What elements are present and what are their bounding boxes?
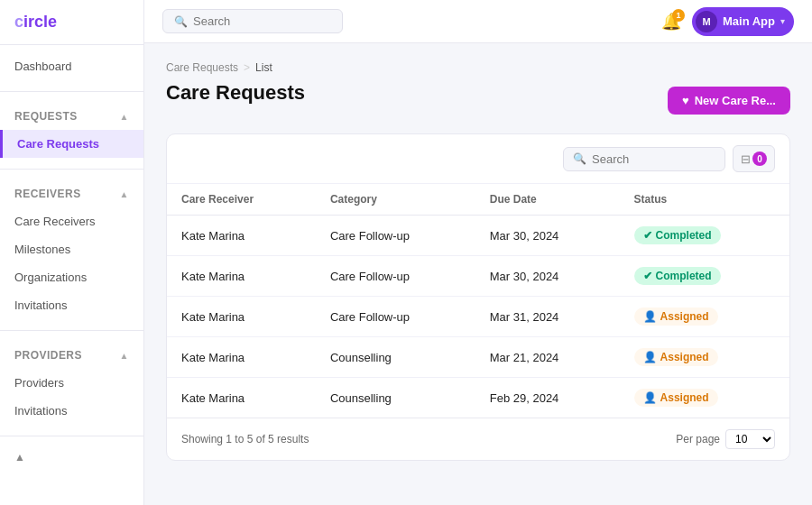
sidebar-section-main: Dashboard xyxy=(0,45,143,87)
status-badge: 👤 Assigned xyxy=(634,348,718,366)
cell-category: Care Follow-up xyxy=(316,256,475,297)
sidebar-item-milestones[interactable]: Milestones xyxy=(0,235,143,263)
cell-status: ✔ Completed xyxy=(620,256,789,297)
global-search-box[interactable]: 🔍 xyxy=(162,9,343,33)
avatar: M xyxy=(696,11,717,32)
chevron-up-icon-3: ▲ xyxy=(120,351,129,361)
sidebar-item-providers[interactable]: Providers xyxy=(0,369,143,397)
cell-status: ✔ Completed xyxy=(620,216,789,256)
cell-care-receiver: Kate Marina xyxy=(167,378,316,418)
cell-category: Care Follow-up xyxy=(316,216,475,256)
cell-care-receiver: Kate Marina xyxy=(167,256,316,297)
search-icon: 🔍 xyxy=(174,15,188,28)
cell-status: 👤 Assigned xyxy=(620,337,789,378)
col-status: Status xyxy=(620,184,789,216)
sidebar-item-organizations[interactable]: Organizations xyxy=(0,263,143,291)
cell-category: Counselling xyxy=(316,337,475,378)
new-button-label: New Care Re... xyxy=(695,94,776,107)
table-row[interactable]: Kate Marina Care Follow-up Mar 30, 2024 … xyxy=(167,256,789,297)
col-due-date: Due Date xyxy=(475,184,620,216)
sidebar-section-receivers: Receivers ▲ Care Receivers Milestones Or… xyxy=(0,173,143,326)
cell-due-date: Mar 31, 2024 xyxy=(475,297,620,337)
sidebar: circle Dashboard Requests ▲ Care Request… xyxy=(0,0,144,505)
table-search-icon: 🔍 xyxy=(573,152,586,165)
cell-category: Counselling xyxy=(316,378,475,418)
cell-status: 👤 Assigned xyxy=(620,378,789,418)
breadcrumb-current: List xyxy=(255,61,272,74)
showing-text: Showing 1 to 5 of 5 results xyxy=(181,433,309,445)
per-page-label: Per page xyxy=(676,433,720,445)
breadcrumb: Care Requests > List xyxy=(166,61,790,74)
global-search-input[interactable] xyxy=(193,14,331,28)
sidebar-item-care-requests[interactable]: Care Requests xyxy=(0,130,143,158)
user-name: Main App xyxy=(723,14,775,28)
col-care-receiver: Care Receiver xyxy=(167,184,316,216)
sidebar-group-receivers: Receivers ▲ xyxy=(0,180,143,207)
status-badge: ✔ Completed xyxy=(634,267,721,285)
table-card: 🔍 ⊟ 0 Care Receiver Category Due Date St… xyxy=(166,133,790,461)
status-icon: 👤 xyxy=(643,310,657,323)
new-care-request-button[interactable]: ♥ New Care Re... xyxy=(668,87,790,115)
cell-due-date: Mar 21, 2024 xyxy=(475,337,620,378)
table-row[interactable]: Kate Marina Care Follow-up Mar 31, 2024 … xyxy=(167,297,789,337)
cell-care-receiver: Kate Marina xyxy=(167,337,316,378)
topbar-right: 🔔 1 M Main App ▾ xyxy=(661,7,794,36)
status-badge: ✔ Completed xyxy=(634,226,721,244)
table-footer: Showing 1 to 5 of 5 results Per page 10 … xyxy=(167,418,789,460)
table-search-input[interactable] xyxy=(592,152,715,166)
table-toolbar: 🔍 ⊟ 0 xyxy=(167,134,789,184)
filter-badge: 0 xyxy=(752,152,767,166)
table-search-box[interactable]: 🔍 xyxy=(563,147,725,171)
chevron-up-icon: ▲ xyxy=(120,112,129,122)
care-requests-table: Care Receiver Category Due Date Status K… xyxy=(167,184,789,418)
cell-status: 👤 Assigned xyxy=(620,297,789,337)
sidebar-section-providers: Providers ▲ Providers Invitations xyxy=(0,335,143,432)
page-header-row: Care Requests ♥ New Care Re... xyxy=(166,81,790,119)
status-icon: ✔ xyxy=(643,229,652,242)
filter-button[interactable]: ⊟ 0 xyxy=(733,145,775,172)
sidebar-section-requests: Requests ▲ Care Requests xyxy=(0,96,143,165)
chevron-up-icon-2: ▲ xyxy=(120,189,129,199)
table-row[interactable]: Kate Marina Counselling Mar 21, 2024 👤 A… xyxy=(167,337,789,378)
status-icon: 👤 xyxy=(643,351,657,363)
status-icon: ✔ xyxy=(643,270,652,282)
cell-care-receiver: Kate Marina xyxy=(167,297,316,337)
main-wrap: 🔍 🔔 1 M Main App ▾ Care Requests > List … xyxy=(144,0,812,505)
sidebar-item-invitations[interactable]: Invitations xyxy=(0,291,143,319)
table-header: Care Receiver Category Due Date Status xyxy=(167,184,789,216)
status-badge: 👤 Assigned xyxy=(634,308,718,326)
content-area: Care Requests > List Care Requests ♥ New… xyxy=(144,43,812,505)
cell-care-receiver: Kate Marina xyxy=(167,216,316,256)
logo-prefix: c xyxy=(14,13,23,31)
filter-icon: ⊟ xyxy=(741,152,751,166)
cell-category: Care Follow-up xyxy=(316,297,475,337)
table-row[interactable]: Kate Marina Counselling Feb 29, 2024 👤 A… xyxy=(167,378,789,418)
status-icon: 👤 xyxy=(643,391,657,404)
sidebar-item-invitations2[interactable]: Invitations xyxy=(0,397,143,425)
notification-badge: 1 xyxy=(672,9,685,22)
sidebar-item-dashboard[interactable]: Dashboard xyxy=(0,52,143,80)
topbar: 🔍 🔔 1 M Main App ▾ xyxy=(144,0,812,43)
per-page-select[interactable]: 10 25 50 100 xyxy=(725,429,775,449)
notification-button[interactable]: 🔔 1 xyxy=(661,12,681,32)
cell-due-date: Mar 30, 2024 xyxy=(475,256,620,297)
cell-due-date: Feb 29, 2024 xyxy=(475,378,620,418)
user-menu[interactable]: M Main App ▾ xyxy=(692,7,794,36)
chevron-down-icon: ▾ xyxy=(780,16,785,26)
col-category: Category xyxy=(316,184,475,216)
sidebar-item-care-receivers[interactable]: Care Receivers xyxy=(0,207,143,235)
status-badge: 👤 Assigned xyxy=(634,389,718,407)
heart-icon: ♥ xyxy=(682,94,689,107)
table-row[interactable]: Kate Marina Care Follow-up Mar 30, 2024 … xyxy=(167,216,789,256)
sidebar-group-requests: Requests ▲ xyxy=(0,103,143,130)
app-logo: circle xyxy=(0,0,143,45)
sidebar-collapse-btn[interactable]: ▲ xyxy=(0,444,143,471)
cell-due-date: Mar 30, 2024 xyxy=(475,216,620,256)
sidebar-group-providers: Providers ▲ xyxy=(0,342,143,369)
breadcrumb-parent[interactable]: Care Requests xyxy=(166,61,238,74)
chevron-up-icon-4: ▲ xyxy=(14,451,25,464)
table-body: Kate Marina Care Follow-up Mar 30, 2024 … xyxy=(167,216,789,418)
page-title: Care Requests xyxy=(166,81,305,105)
breadcrumb-separator: > xyxy=(244,61,250,74)
per-page-selector[interactable]: Per page 10 25 50 100 xyxy=(676,429,775,449)
